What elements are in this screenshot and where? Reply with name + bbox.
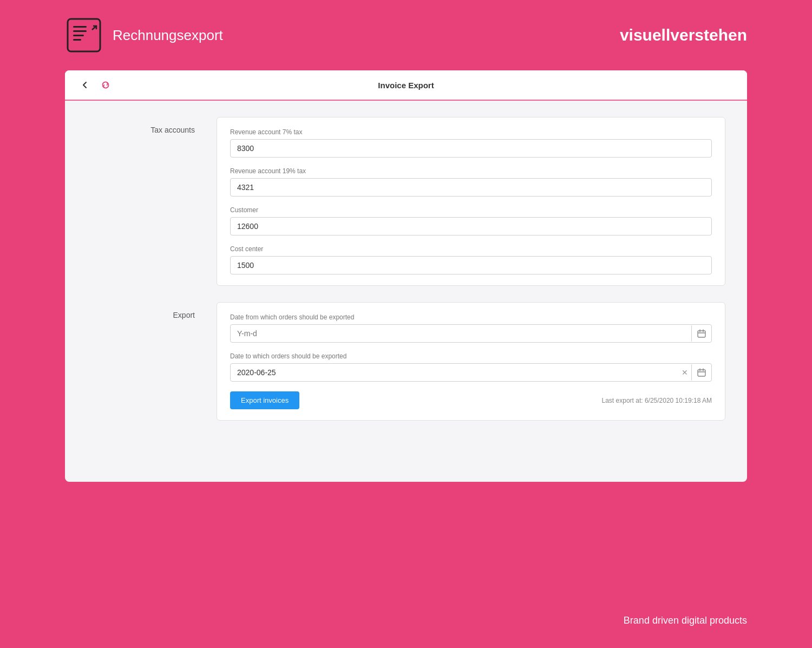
svg-rect-4 (73, 39, 81, 41)
customer-group: Customer (230, 206, 712, 235)
tax-accounts-content: Revenue account 7% tax Revenue account 1… (217, 117, 725, 286)
main-card: Invoice Export Tax accounts Revenue acco… (65, 70, 747, 482)
tax-accounts-label: Tax accounts (87, 117, 195, 286)
refresh-button[interactable] (96, 78, 115, 92)
svg-rect-3 (73, 35, 84, 36)
svg-rect-1 (73, 26, 87, 28)
customer-input[interactable] (230, 217, 712, 235)
app-title: Rechnungsexport (113, 27, 223, 44)
export-invoices-button[interactable]: Export invoices (230, 391, 299, 409)
date-from-calendar-button[interactable] (691, 325, 711, 342)
revenue-7-label: Revenue account 7% tax (230, 128, 712, 136)
customer-label: Customer (230, 206, 712, 214)
revenue-7-group: Revenue account 7% tax (230, 128, 712, 158)
brand-name: visuellverstehen (620, 26, 747, 44)
revenue-19-input[interactable] (230, 178, 712, 197)
date-from-wrapper (230, 324, 712, 343)
top-header: Rechnungsexport visuellverstehen (0, 0, 812, 70)
date-from-input[interactable] (231, 325, 691, 342)
date-to-clear-button[interactable]: ✕ (678, 364, 691, 381)
date-to-label: Date to which orders should be exported (230, 352, 712, 360)
card-title: Invoice Export (378, 81, 434, 90)
cost-center-group: Cost center (230, 245, 712, 274)
svg-rect-2 (73, 30, 87, 32)
revenue-19-label: Revenue account 19% tax (230, 167, 712, 175)
export-footer: Export invoices Last export at: 6/25/202… (230, 391, 712, 409)
export-label: Export (87, 302, 195, 421)
footer-tagline: Brand driven digital products (624, 615, 747, 626)
brand-left: Rechnungsexport (65, 16, 223, 54)
date-to-wrapper: ✕ (230, 363, 712, 382)
cost-center-input[interactable] (230, 256, 712, 274)
revenue-19-group: Revenue account 19% tax (230, 167, 712, 197)
export-content: Date from which orders should be exporte… (217, 302, 725, 421)
date-to-group: Date to which orders should be exported … (230, 352, 712, 382)
revenue-7-input[interactable] (230, 139, 712, 158)
date-to-calendar-button[interactable] (691, 364, 711, 381)
back-button[interactable] (76, 78, 94, 92)
svg-rect-0 (68, 19, 100, 51)
date-to-input[interactable] (231, 364, 678, 381)
last-export-text: Last export at: 6/25/2020 10:19:18 AM (602, 397, 712, 404)
tax-accounts-section: Tax accounts Revenue account 7% tax Reve… (87, 117, 725, 286)
date-from-label: Date from which orders should be exporte… (230, 313, 712, 321)
svg-rect-6 (698, 331, 705, 337)
app-icon (65, 16, 103, 54)
export-section: Export Date from which orders should be … (87, 302, 725, 421)
svg-rect-10 (698, 370, 705, 376)
date-from-group: Date from which orders should be exporte… (230, 313, 712, 343)
card-header: Invoice Export (65, 70, 747, 101)
card-body: Tax accounts Revenue account 7% tax Reve… (65, 101, 747, 437)
cost-center-label: Cost center (230, 245, 712, 253)
